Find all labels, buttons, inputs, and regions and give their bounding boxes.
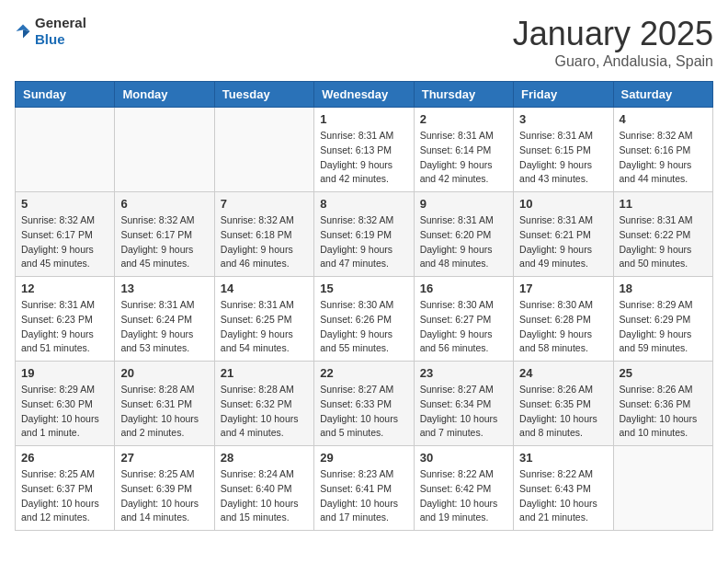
column-header-tuesday: Tuesday [214, 82, 313, 108]
day-info: Sunrise: 8:26 AM Sunset: 6:36 PM Dayligh… [620, 383, 707, 441]
calendar-cell: 17Sunrise: 8:30 AM Sunset: 6:28 PM Dayli… [514, 277, 613, 362]
title-block: January 2025 Guaro, Andalusia, Spain [513, 15, 713, 70]
column-header-saturday: Saturday [613, 82, 712, 108]
calendar-cell: 4Sunrise: 8:32 AM Sunset: 6:16 PM Daylig… [613, 108, 712, 192]
day-info: Sunrise: 8:27 AM Sunset: 6:34 PM Dayligh… [420, 383, 507, 441]
day-number: 8 [320, 197, 407, 211]
day-info: Sunrise: 8:31 AM Sunset: 6:13 PM Dayligh… [320, 129, 407, 187]
calendar-cell: 6Sunrise: 8:32 AM Sunset: 6:17 PM Daylig… [115, 192, 214, 277]
day-number: 14 [221, 282, 308, 295]
day-info: Sunrise: 8:29 AM Sunset: 6:29 PM Dayligh… [620, 298, 707, 356]
week-row-3: 12Sunrise: 8:31 AM Sunset: 6:23 PM Dayli… [16, 277, 713, 362]
column-header-monday: Monday [115, 82, 214, 108]
svg-marker-1 [23, 30, 30, 39]
day-info: Sunrise: 8:31 AM Sunset: 6:15 PM Dayligh… [519, 129, 607, 187]
day-info: Sunrise: 8:32 AM Sunset: 6:16 PM Dayligh… [620, 129, 707, 187]
week-row-1: 1Sunrise: 8:31 AM Sunset: 6:13 PM Daylig… [16, 108, 713, 192]
logo-text-general: General [35, 15, 86, 30]
calendar-cell: 22Sunrise: 8:27 AM Sunset: 6:33 PM Dayli… [314, 362, 414, 446]
day-info: Sunrise: 8:26 AM Sunset: 6:35 PM Dayligh… [519, 383, 607, 441]
day-number: 31 [519, 451, 607, 465]
calendar-cell: 23Sunrise: 8:27 AM Sunset: 6:34 PM Dayli… [414, 362, 513, 446]
calendar-cell: 18Sunrise: 8:29 AM Sunset: 6:29 PM Dayli… [613, 277, 712, 362]
column-header-friday: Friday [514, 82, 613, 108]
page-header: General Blue January 2025 Guaro, Andalus… [15, 15, 713, 70]
day-number: 10 [519, 197, 607, 211]
calendar-cell [16, 108, 115, 192]
calendar-cell [613, 446, 712, 531]
calendar-cell: 8Sunrise: 8:32 AM Sunset: 6:19 PM Daylig… [314, 192, 414, 277]
day-number: 27 [120, 451, 208, 465]
day-info: Sunrise: 8:27 AM Sunset: 6:33 PM Dayligh… [320, 383, 407, 441]
day-number: 1 [320, 112, 407, 126]
day-number: 30 [420, 451, 507, 465]
day-info: Sunrise: 8:25 AM Sunset: 6:39 PM Dayligh… [120, 467, 208, 525]
day-info: Sunrise: 8:31 AM Sunset: 6:23 PM Dayligh… [21, 298, 108, 356]
day-number: 29 [320, 451, 407, 465]
day-number: 16 [420, 282, 507, 295]
day-number: 26 [21, 451, 108, 465]
calendar-cell: 16Sunrise: 8:30 AM Sunset: 6:27 PM Dayli… [414, 277, 513, 362]
day-number: 15 [320, 282, 407, 295]
day-info: Sunrise: 8:31 AM Sunset: 6:21 PM Dayligh… [519, 213, 607, 271]
calendar-cell: 27Sunrise: 8:25 AM Sunset: 6:39 PM Dayli… [115, 446, 214, 531]
column-headers: SundayMondayTuesdayWednesdayThursdayFrid… [16, 82, 713, 108]
day-info: Sunrise: 8:30 AM Sunset: 6:26 PM Dayligh… [320, 298, 407, 356]
day-number: 23 [420, 366, 507, 380]
calendar-cell: 30Sunrise: 8:22 AM Sunset: 6:42 PM Dayli… [414, 446, 513, 531]
day-number: 18 [620, 282, 707, 295]
week-row-4: 19Sunrise: 8:29 AM Sunset: 6:30 PM Dayli… [16, 362, 713, 446]
calendar-cell: 14Sunrise: 8:31 AM Sunset: 6:25 PM Dayli… [214, 277, 313, 362]
day-number: 28 [221, 451, 308, 465]
day-info: Sunrise: 8:32 AM Sunset: 6:17 PM Dayligh… [21, 213, 108, 271]
day-info: Sunrise: 8:30 AM Sunset: 6:27 PM Dayligh… [420, 298, 507, 356]
day-number: 12 [21, 282, 108, 295]
calendar-cell: 5Sunrise: 8:32 AM Sunset: 6:17 PM Daylig… [16, 192, 115, 277]
day-info: Sunrise: 8:31 AM Sunset: 6:24 PM Dayligh… [120, 298, 208, 356]
day-info: Sunrise: 8:32 AM Sunset: 6:19 PM Dayligh… [320, 213, 407, 271]
calendar-subtitle: Guaro, Andalusia, Spain [513, 53, 713, 70]
day-info: Sunrise: 8:31 AM Sunset: 6:25 PM Dayligh… [221, 298, 308, 356]
day-number: 9 [420, 197, 507, 211]
day-number: 3 [519, 112, 607, 126]
calendar-cell: 25Sunrise: 8:26 AM Sunset: 6:36 PM Dayli… [613, 362, 712, 446]
calendar-cell: 2Sunrise: 8:31 AM Sunset: 6:14 PM Daylig… [414, 108, 513, 192]
day-info: Sunrise: 8:28 AM Sunset: 6:32 PM Dayligh… [221, 383, 308, 441]
day-number: 11 [620, 197, 707, 211]
calendar-cell [115, 108, 214, 192]
day-number: 20 [120, 366, 208, 380]
calendar-cell [214, 108, 313, 192]
column-header-sunday: Sunday [16, 82, 115, 108]
calendar-cell: 11Sunrise: 8:31 AM Sunset: 6:22 PM Dayli… [613, 192, 712, 277]
day-number: 19 [21, 366, 108, 380]
calendar-cell: 12Sunrise: 8:31 AM Sunset: 6:23 PM Dayli… [16, 277, 115, 362]
calendar-table: SundayMondayTuesdayWednesdayThursdayFrid… [15, 81, 713, 531]
calendar-cell: 7Sunrise: 8:32 AM Sunset: 6:18 PM Daylig… [214, 192, 313, 277]
calendar-cell: 28Sunrise: 8:24 AM Sunset: 6:40 PM Dayli… [214, 446, 313, 531]
calendar-cell: 26Sunrise: 8:25 AM Sunset: 6:37 PM Dayli… [16, 446, 115, 531]
day-number: 25 [620, 366, 707, 380]
day-number: 5 [21, 197, 108, 211]
week-row-5: 26Sunrise: 8:25 AM Sunset: 6:37 PM Dayli… [16, 446, 713, 531]
calendar-cell: 24Sunrise: 8:26 AM Sunset: 6:35 PM Dayli… [514, 362, 613, 446]
day-number: 6 [120, 197, 208, 211]
calendar-cell: 13Sunrise: 8:31 AM Sunset: 6:24 PM Dayli… [115, 277, 214, 362]
day-info: Sunrise: 8:25 AM Sunset: 6:37 PM Dayligh… [21, 467, 108, 525]
day-info: Sunrise: 8:31 AM Sunset: 6:22 PM Dayligh… [620, 213, 707, 271]
logo: General Blue [15, 15, 86, 48]
day-number: 4 [620, 112, 707, 126]
day-number: 2 [420, 112, 507, 126]
day-info: Sunrise: 8:28 AM Sunset: 6:31 PM Dayligh… [120, 383, 208, 441]
calendar-cell: 3Sunrise: 8:31 AM Sunset: 6:15 PM Daylig… [514, 108, 613, 192]
calendar-cell: 9Sunrise: 8:31 AM Sunset: 6:20 PM Daylig… [414, 192, 513, 277]
day-info: Sunrise: 8:31 AM Sunset: 6:14 PM Dayligh… [420, 129, 507, 187]
week-row-2: 5Sunrise: 8:32 AM Sunset: 6:17 PM Daylig… [16, 192, 713, 277]
calendar-cell: 31Sunrise: 8:22 AM Sunset: 6:43 PM Dayli… [514, 446, 613, 531]
logo-icon [15, 23, 31, 40]
day-number: 24 [519, 366, 607, 380]
column-header-thursday: Thursday [414, 82, 513, 108]
day-info: Sunrise: 8:31 AM Sunset: 6:20 PM Dayligh… [420, 213, 507, 271]
day-number: 22 [320, 366, 407, 380]
calendar-cell: 15Sunrise: 8:30 AM Sunset: 6:26 PM Dayli… [314, 277, 414, 362]
calendar-cell: 19Sunrise: 8:29 AM Sunset: 6:30 PM Dayli… [16, 362, 115, 446]
